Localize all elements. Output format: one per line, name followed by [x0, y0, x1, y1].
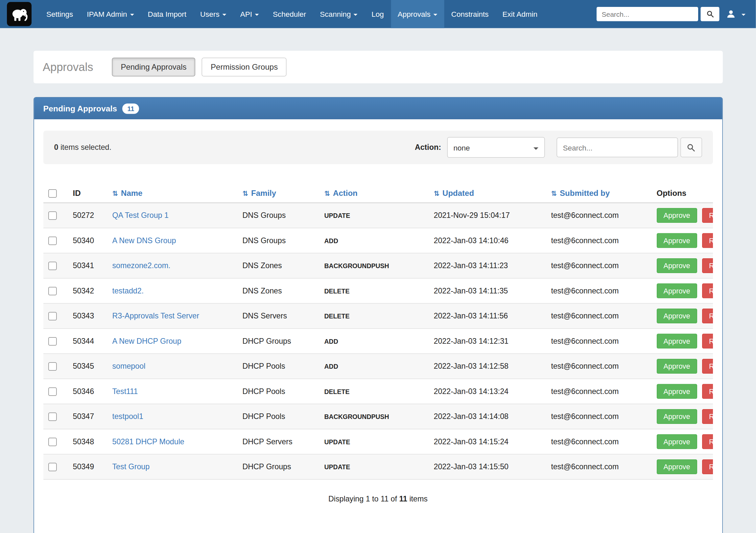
selected-info: 0 items selected. — [54, 143, 111, 152]
row-name-link[interactable]: A New DHCP Group — [112, 337, 181, 345]
nav-item[interactable]: Data Import — [141, 0, 193, 28]
select-all-checkbox[interactable] — [48, 189, 57, 198]
row-checkbox[interactable] — [48, 237, 57, 246]
row-name-link[interactable]: A New DNS Group — [112, 236, 176, 245]
row-family: DNS Groups — [238, 203, 320, 228]
nav-item[interactable]: Constraints — [445, 0, 496, 28]
table-footer: Displaying 1 to 11 of 11 items — [43, 494, 713, 503]
row-options: Approve Reject — [653, 379, 713, 404]
approve-button[interactable]: Approve — [657, 283, 697, 298]
row-checkbox[interactable] — [48, 463, 57, 471]
nav-item[interactable]: Exit Admin — [496, 0, 544, 28]
nav-item[interactable]: Scanning — [313, 0, 364, 28]
column-header-updated[interactable]: ⇅Updated — [430, 184, 547, 203]
column-header-action[interactable]: ⇅Action — [320, 184, 430, 203]
approve-button[interactable]: Approve — [657, 334, 697, 349]
row-options: Approve Reject — [653, 228, 713, 253]
row-checkbox[interactable] — [48, 337, 57, 346]
row-name-link[interactable]: 50281 DHCP Module — [112, 438, 184, 446]
approve-button[interactable]: Approve — [657, 308, 697, 323]
row-checkbox[interactable] — [48, 388, 57, 396]
reject-button[interactable]: Reject — [702, 208, 713, 223]
row-checkbox[interactable] — [48, 212, 57, 220]
column-header-name[interactable]: ⇅Name — [108, 184, 238, 203]
tab-permission-groups[interactable]: Permission Groups — [202, 58, 286, 77]
nav-item[interactable]: Log — [364, 0, 391, 28]
table-row: 50345 somepool DHCP Pools ADD 2022-Jan-0… — [43, 354, 713, 379]
row-name-link[interactable]: somezone2.com. — [112, 261, 170, 270]
app-logo[interactable] — [7, 2, 32, 26]
reject-button[interactable]: Reject — [702, 308, 713, 323]
panel-title: Pending Approvals — [43, 104, 117, 113]
row-submitted-by: test@6connect.com — [547, 354, 653, 379]
row-options: Approve Reject — [653, 278, 713, 304]
navbar-search-input[interactable] — [597, 7, 698, 21]
row-family: DHCP Servers — [238, 429, 320, 454]
table-row: 50340 A New DNS Group DNS Groups ADD 202… — [43, 228, 713, 253]
row-id: 50346 — [69, 379, 108, 404]
nav-item[interactable]: Approvals — [391, 0, 445, 28]
chevron-down-icon — [533, 147, 538, 152]
row-name-link[interactable]: somepool — [112, 362, 145, 370]
row-action: DELETE — [320, 304, 430, 329]
approve-button[interactable]: Approve — [657, 435, 697, 449]
row-name-link[interactable]: testadd2. — [112, 286, 144, 295]
column-header-submitted-by[interactable]: ⇅Submitted by — [547, 184, 653, 203]
navbar-search-button[interactable] — [701, 7, 719, 21]
panel-body: 0 items selected. Action: none — [34, 119, 722, 533]
user-menu[interactable] — [722, 10, 750, 19]
tab-pending-approvals[interactable]: Pending Approvals — [112, 58, 195, 77]
reject-button[interactable]: Reject — [702, 233, 713, 248]
row-checkbox[interactable] — [48, 262, 57, 270]
row-checkbox[interactable] — [48, 287, 57, 296]
row-id: 50340 — [69, 228, 108, 253]
main-nav: Settings IPAM Admin Data Import Users AP… — [40, 0, 544, 28]
nav-item[interactable]: Scheduler — [266, 0, 313, 28]
reject-button[interactable]: Reject — [702, 258, 713, 273]
main-content: Approvals Pending Approvals Permission G… — [33, 28, 722, 533]
reject-button[interactable]: Reject — [702, 334, 713, 349]
nav-item[interactable]: Settings — [40, 0, 80, 28]
row-name-link[interactable]: QA Test Group 1 — [112, 211, 168, 220]
row-name-link[interactable]: testpool1 — [112, 412, 143, 421]
approve-button[interactable]: Approve — [657, 233, 697, 248]
sort-icon: ⇅ — [434, 189, 440, 197]
table-search-input[interactable] — [556, 138, 678, 157]
column-header-options: Options — [653, 184, 713, 203]
approve-button[interactable]: Approve — [657, 359, 697, 374]
reject-button[interactable]: Reject — [702, 283, 713, 298]
row-checkbox[interactable] — [48, 362, 57, 371]
reject-button[interactable]: Reject — [702, 384, 713, 399]
approve-button[interactable]: Approve — [657, 384, 697, 399]
approve-button[interactable]: Approve — [657, 409, 697, 424]
column-header-family[interactable]: ⇅Family — [238, 184, 320, 203]
nav-item[interactable]: IPAM Admin — [80, 0, 141, 28]
row-name-link[interactable]: R3-Approvals Test Server — [112, 311, 199, 320]
table-row: 50347 testpool1 DHCP Pools BACKGROUNDPUS… — [43, 404, 713, 430]
reject-button[interactable]: Reject — [702, 359, 713, 374]
sort-icon: ⇅ — [112, 189, 118, 197]
row-updated: 2022-Jan-03 14:10:46 — [430, 228, 547, 253]
row-submitted-by: test@6connect.com — [547, 253, 653, 279]
row-name-link[interactable]: Test Group — [112, 462, 149, 471]
reject-button[interactable]: Reject — [702, 459, 713, 474]
reject-button[interactable]: Reject — [702, 435, 713, 449]
nav-item[interactable]: API — [233, 0, 266, 28]
approve-button[interactable]: Approve — [657, 459, 697, 474]
row-checkbox[interactable] — [48, 438, 57, 446]
nav-item[interactable]: Users — [193, 0, 233, 28]
approvals-table: ID ⇅Name ⇅Family ⇅Action ⇅Updated ⇅Submi… — [43, 184, 713, 480]
row-checkbox[interactable] — [48, 312, 57, 321]
approve-button[interactable]: Approve — [657, 208, 697, 223]
row-action: DELETE — [320, 278, 430, 304]
table-search-button[interactable] — [680, 138, 702, 157]
action-select[interactable]: none — [447, 137, 545, 158]
row-action: ADD — [320, 354, 430, 379]
row-submitted-by: test@6connect.com — [547, 203, 653, 228]
reject-button[interactable]: Reject — [702, 409, 713, 424]
action-select-value: none — [453, 143, 470, 152]
approve-button[interactable]: Approve — [657, 258, 697, 273]
row-checkbox[interactable] — [48, 413, 57, 421]
row-updated: 2022-Jan-03 14:12:58 — [430, 354, 547, 379]
row-name-link[interactable]: Test111 — [112, 387, 138, 396]
